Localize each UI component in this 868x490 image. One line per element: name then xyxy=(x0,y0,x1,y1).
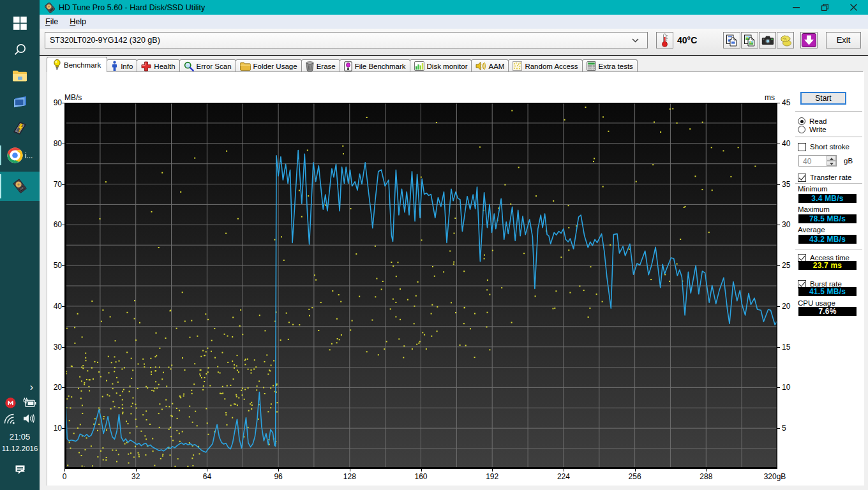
tab-folder-usage[interactable]: Folder Usage xyxy=(236,59,302,72)
y-right-tick-label: 35 xyxy=(782,180,790,189)
read-radio[interactable]: Read xyxy=(798,117,827,126)
taskbar-item-search[interactable] xyxy=(0,36,40,63)
screenshot-button[interactable] xyxy=(759,32,776,48)
update-button[interactable] xyxy=(800,32,818,48)
tab-label: Folder Usage xyxy=(253,63,297,70)
taskbar-item-start[interactable] xyxy=(0,10,40,36)
tray-volume[interactable] xyxy=(22,413,36,424)
y-left-tick-label: 70 xyxy=(40,180,62,189)
transfer-rate-label: Transfer rate xyxy=(810,174,851,181)
x-tick-label: 160 xyxy=(407,472,435,481)
y-right-tick-label: 30 xyxy=(782,220,790,229)
y-left-tick-label: 50 xyxy=(40,261,62,270)
access-time-value: 23.7 ms xyxy=(798,261,857,270)
x-tick-label: 128 xyxy=(336,472,364,481)
spinner-up-button[interactable] xyxy=(827,156,836,161)
close-button[interactable] xyxy=(839,0,868,15)
tab-benchmark[interactable]: Benchmark xyxy=(47,57,107,72)
tray-expand-chevron[interactable]: › xyxy=(0,382,40,392)
plot-area xyxy=(64,103,777,469)
benchmark-chart: MB/sms9080706050403020104540353025201510… xyxy=(47,72,864,486)
x-tick-label: 256 xyxy=(621,472,649,481)
aam-icon xyxy=(475,61,486,71)
tab-erase[interactable]: Erase xyxy=(301,59,340,72)
x-tick xyxy=(706,469,707,471)
x-tick xyxy=(64,469,65,471)
exit-button[interactable]: Exit xyxy=(826,32,861,48)
tab-label: Error Scan xyxy=(197,63,232,70)
taskbar-items: i... xyxy=(0,0,40,201)
tab-label: File Benchmark xyxy=(355,63,406,70)
tab-label: Info xyxy=(121,63,133,70)
x-tick xyxy=(207,469,207,471)
cpu-usage-label: CPU usage xyxy=(798,299,835,307)
x-tick-label: 32 xyxy=(122,472,150,481)
spinner-down-button[interactable] xyxy=(827,161,836,166)
copy-text-button[interactable] xyxy=(723,32,740,48)
action-center-button[interactable] xyxy=(15,464,26,475)
temperature-value: 40°C xyxy=(677,32,697,48)
tab-info[interactable]: Info xyxy=(107,59,137,72)
tab-file-benchmark[interactable]: File Benchmark xyxy=(340,59,410,72)
y-left-tick xyxy=(62,306,64,307)
menu-file[interactable]: File xyxy=(40,16,64,28)
tray-battery[interactable] xyxy=(22,397,36,408)
taskbar-clock[interactable]: 21:05 11.12.2016 xyxy=(2,433,38,453)
start-button[interactable]: Start xyxy=(800,92,846,105)
separator xyxy=(795,137,862,137)
x-tick xyxy=(635,469,636,471)
info-icon xyxy=(111,61,118,71)
x-tick xyxy=(136,469,137,471)
drive-selector[interactable]: ST320LT020-9YG142 (320 gB) xyxy=(45,32,648,48)
y-right-tick xyxy=(777,184,780,185)
copy-image-button[interactable] xyxy=(741,32,758,48)
menu-help[interactable]: Help xyxy=(64,16,92,28)
read-radio-label: Read xyxy=(809,117,827,125)
taskbar-item-file-explorer[interactable] xyxy=(0,63,40,89)
tab-health[interactable]: Health xyxy=(137,59,179,72)
write-radio[interactable]: Write xyxy=(798,125,827,134)
toolbar-buttons xyxy=(723,32,818,48)
dropdown-arrow-icon xyxy=(632,38,647,43)
separator xyxy=(795,249,862,249)
tab-error-scan[interactable]: Error Scan xyxy=(179,59,236,72)
tab-disk-monitor[interactable]: Disk monitor xyxy=(410,59,472,72)
scan-icon xyxy=(184,61,194,71)
drive-selector-value: ST320LT020-9YG142 (320 gB) xyxy=(45,36,160,45)
transfer-rate-box xyxy=(798,174,806,182)
tab-extra-tests[interactable]: Extra tests xyxy=(582,59,638,72)
tab-aam[interactable]: AAM xyxy=(471,59,509,72)
taskbar-item-films-tv[interactable] xyxy=(0,89,40,115)
y-left-tick-label: 30 xyxy=(40,343,62,352)
tab-label: Health xyxy=(154,63,175,70)
hdtune-icon xyxy=(11,178,28,195)
tab-random-access[interactable]: Random Access xyxy=(508,59,582,72)
taskbar-item-winamp[interactable] xyxy=(0,115,40,141)
donate-button[interactable] xyxy=(777,32,794,48)
taskbar-item-chrome[interactable]: i... xyxy=(0,142,40,168)
y-right-axis-title: ms xyxy=(762,93,775,102)
y-left-tick xyxy=(62,265,64,266)
minimize-button[interactable] xyxy=(782,0,811,15)
short-stroke-box xyxy=(798,143,806,151)
y-left-tick-label: 60 xyxy=(40,220,62,229)
short-stroke-label: Short stroke xyxy=(810,143,849,151)
maximum-value: 78.5 MB/s xyxy=(798,214,857,223)
y-left-tick xyxy=(62,103,64,103)
minimum-label: Minimum xyxy=(798,185,828,193)
app-icon xyxy=(45,3,55,13)
temperature-button[interactable] xyxy=(656,32,673,48)
taskbar-item-hdtune[interactable] xyxy=(0,172,40,201)
restore-button[interactable] xyxy=(811,0,839,15)
tab-label: Random Access xyxy=(525,63,578,70)
donate-icon xyxy=(779,34,792,47)
tray-mega[interactable] xyxy=(3,397,17,408)
short-stroke-checkbox[interactable]: Short stroke xyxy=(798,142,849,151)
capacity-spinner[interactable]: 40 xyxy=(798,155,837,167)
transfer-rate-checkbox[interactable]: Transfer rate xyxy=(798,173,851,182)
window-controls xyxy=(782,0,868,15)
thermometer-icon xyxy=(661,33,668,47)
tray-network[interactable] xyxy=(3,413,17,424)
taskbar: i... › 21:05 11.12.2016 xyxy=(0,0,40,490)
capacity-unit-label: gB xyxy=(844,157,853,165)
